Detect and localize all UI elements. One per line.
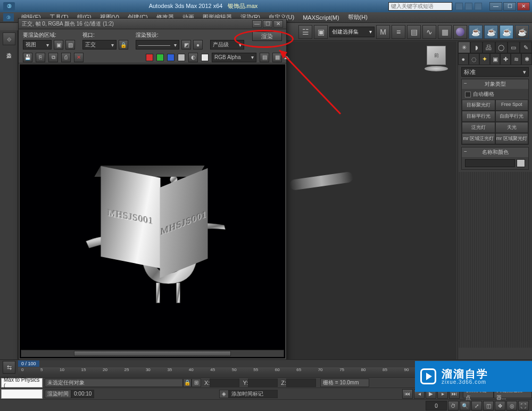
btn-target-spot[interactable]: 目标聚光灯 [462,100,495,111]
red-channel-toggle[interactable] [146,54,153,61]
menu-help[interactable]: 帮助(H) [344,13,372,21]
pan-icon[interactable]: ✥ [495,401,505,410]
star-icon[interactable] [465,3,472,10]
sub-geometry[interactable]: ● [458,53,469,65]
frame-input[interactable]: 0 [426,401,447,410]
clone-icon[interactable]: ⧉ [48,53,58,62]
add-time-tag[interactable]: 添加时间标记 [229,390,278,398]
curve-editor-icon[interactable]: ∿ [422,25,436,39]
link-icon[interactable]: ⟐ [3,32,15,45]
viewcube-face[interactable]: 前 [427,46,446,65]
swatch-white[interactable] [201,54,209,61]
menu-maxscript[interactable]: MAXScript(M) [298,14,343,21]
sub-space[interactable]: ≋ [511,53,521,65]
render-output-view[interactable]: MHSJS001 MHSJS001 [20,64,285,358]
lock-selection-icon[interactable]: 🔒 [183,379,192,387]
btn-free-direct[interactable]: 自由平行光 [495,111,529,122]
info-center-icon[interactable] [455,3,463,10]
sub-helpers[interactable]: ✚ [500,53,511,65]
render-window-titlebar[interactable]: 正交, 帧 0, RGBA 颜色 16 位/通道 (1:2) — ☐ ✕ [19,19,286,29]
script-listener-2[interactable] [1,389,43,399]
render-frame-icon[interactable]: ▣ [314,25,328,39]
x-input[interactable] [210,379,239,387]
orbit-icon[interactable]: ◎ [506,401,517,410]
render-win-max-icon[interactable]: ☐ [263,20,272,28]
render-production-icon[interactable]: ☕ [515,25,529,39]
color-swatch[interactable] [517,159,525,167]
clear-icon[interactable]: ✕ [74,53,84,62]
sub-cameras[interactable]: ▣ [490,53,501,65]
region-icon[interactable]: ▣ [54,40,63,50]
time-config-icon[interactable]: ⏱ [448,401,459,410]
tab-utilities[interactable]: ✎ [520,42,532,53]
tab-create[interactable]: ✳ [458,42,470,53]
render-scene-icon[interactable]: ☕ [469,25,483,39]
object-name-input[interactable] [465,159,515,167]
minimize-button[interactable]: — [489,2,502,11]
schematic-icon[interactable]: ▦ [438,25,452,39]
autogrid-checkbox[interactable] [465,92,471,97]
lock-icon[interactable]: 🔒 [119,40,128,50]
tab-motion[interactable]: ◯ [495,42,508,53]
frame-buffer-a-icon[interactable]: ▤ [260,53,269,62]
time-marker[interactable]: 0 / 100 [18,360,39,367]
zoom-all-icon[interactable]: ⤢ [471,401,482,410]
tab-display[interactable]: ▭ [508,42,520,53]
save-image-icon[interactable]: 💾 [23,53,32,62]
print-icon[interactable]: ⎙ [61,53,71,62]
preset-sphere-icon[interactable]: ● [193,40,203,50]
render-win-min-icon[interactable]: — [252,20,262,28]
fov-icon[interactable]: ◫ [483,401,494,410]
create-category-dropdown[interactable]: 标准▾ [461,67,529,77]
align-icon[interactable]: ≡ [392,25,405,39]
app-menu-icon[interactable]: ③ [3,13,14,21]
sub-shapes[interactable]: ◌ [469,53,479,65]
viewcube[interactable]: 前 [421,46,451,76]
btn-omni[interactable]: 泛光灯 [462,122,495,133]
goto-start-icon[interactable]: ⏮ [402,389,413,399]
btn-mr-area-omni[interactable]: mr 区域泛光灯 [462,133,495,144]
viewport-dropdown[interactable]: 正交▾ [82,40,117,50]
app-logo-icon[interactable]: ③ [3,2,15,11]
zoom-icon[interactable]: 🔍 [460,401,470,410]
render-win-close-icon[interactable]: ✕ [273,20,283,28]
area-dropdown[interactable]: 视图▾ [23,40,52,50]
help-icon[interactable] [475,3,482,10]
toggle-trackbar-icon[interactable]: ⇆ [3,361,15,374]
render-button[interactable]: 渲染 [252,31,282,41]
mirror-icon[interactable]: M [376,25,390,39]
alpha-channel-toggle[interactable] [178,54,185,61]
sub-systems[interactable]: ✱ [521,53,532,65]
btn-mr-area-spot[interactable]: mr 区域聚光灯 [495,133,529,144]
btn-skylight[interactable]: 天光 [495,122,529,133]
preset-camera-icon[interactable]: ◩ [181,40,191,50]
mono-toggle-icon[interactable]: ◐ [188,53,198,62]
quick-render-icon[interactable]: ☕ [484,25,498,39]
tab-hierarchy[interactable]: 品 [483,42,495,53]
region-edit-icon[interactable]: ▧ [65,40,75,50]
close-button[interactable]: ✕ [517,2,530,11]
tag-icon[interactable]: ◈ [219,390,229,398]
material-editor-icon[interactable] [453,25,467,39]
frame-buffer-b-icon[interactable]: ▦ [272,53,282,62]
render-hscrollbar[interactable] [21,350,284,357]
blue-channel-toggle[interactable] [167,54,174,61]
copy-image-icon[interactable]: ⎘ [36,53,45,62]
layer-icon[interactable]: ▤ [407,25,421,39]
time-ruler[interactable]: 0510 152025 303540 455055 606570 758085 … [18,367,458,376]
max-viewport-icon[interactable]: ⛶ [518,401,529,410]
render-teapot-icon[interactable]: ☕ [500,25,513,39]
selection-set-dropdown[interactable]: 创建选择集▾ [329,27,375,37]
absolute-mode-icon[interactable]: ⊞ [192,379,201,387]
green-channel-toggle[interactable] [156,54,164,61]
preset-dropdown[interactable]: ——————▾ [136,40,179,50]
y-input[interactable] [248,379,278,387]
help-search-input[interactable] [388,2,452,11]
script-listener[interactable]: Max to Physics ( [1,378,43,388]
restore-button[interactable]: ☐ [503,2,516,11]
sub-lights[interactable]: ✦ [479,53,490,65]
tab-modify[interactable]: ◗ [470,42,483,53]
z-input[interactable] [286,379,316,387]
channel-dropdown[interactable]: RGB Alpha▾ [212,53,256,62]
btn-target-direct[interactable]: 目标平行光 [462,111,495,122]
